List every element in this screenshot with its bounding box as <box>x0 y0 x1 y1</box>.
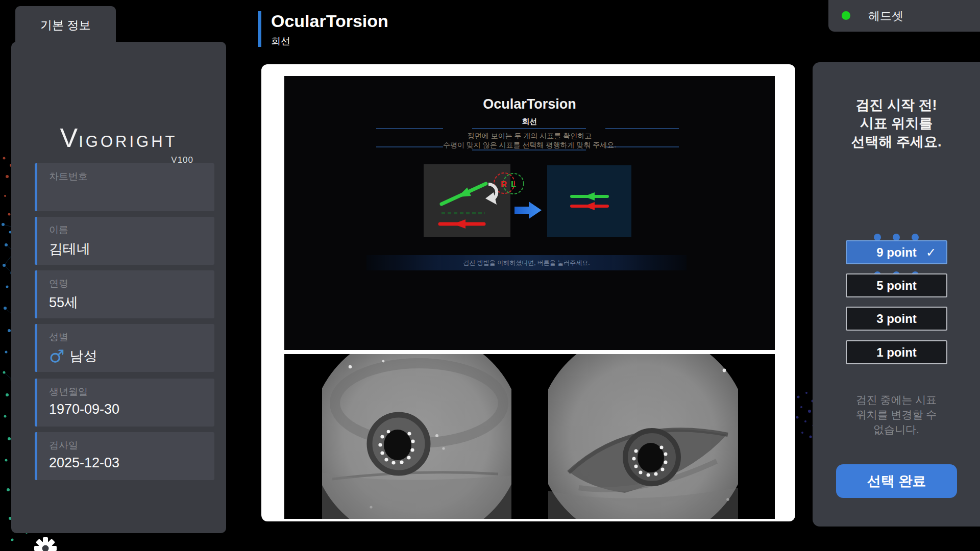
grid-dot <box>893 234 900 241</box>
logo-initial: V <box>60 123 79 153</box>
field-label: 성별 <box>49 331 68 344</box>
screen-title: OcularTorsion <box>284 96 775 112</box>
point-option-1[interactable]: 1 point <box>846 340 947 364</box>
field-value: 2025-12-03 <box>49 455 119 471</box>
field-accent-bar <box>35 324 37 372</box>
panel-heading-line1: 검진 시작 전! <box>813 96 980 114</box>
field-value: 1970-09-30 <box>49 402 119 417</box>
grid-dot <box>912 234 919 241</box>
field-accent-bar <box>35 432 37 480</box>
right-eye-letter: R <box>501 180 507 189</box>
field-age[interactable]: 연령 55세 <box>35 270 214 318</box>
panel-note-line2: 위치를 변경할 수 <box>813 408 980 422</box>
field-label: 연령 <box>49 277 68 290</box>
field-label: 생년월일 <box>49 385 88 398</box>
screen-footer-bar: 검진 방법을 이해하셨다면, 버튼을 눌러주세요. <box>366 255 687 270</box>
page-title: OcularTorsion <box>271 11 388 31</box>
grid-dot <box>874 234 881 241</box>
field-accent-bar <box>35 379 37 427</box>
field-value: 김테네 <box>49 240 90 258</box>
headset-label: 헤드셋 <box>868 8 903 24</box>
divider-line <box>376 128 443 129</box>
field-birthdate[interactable]: 생년월일 1970-09-30 <box>35 379 214 427</box>
right-eye-camera-view <box>322 354 511 519</box>
panel-heading-line3: 선택해 주세요. <box>813 133 980 151</box>
app: 기본 정보 VIGORIGHT V100 차트번호 이름 김테네 연령 55세 … <box>0 0 980 551</box>
eye-camera-block <box>284 354 775 519</box>
screen-subtitle: 회선 <box>284 117 775 127</box>
field-label: 검사일 <box>49 439 78 452</box>
patient-sidebar: VIGORIGHT V100 차트번호 이름 김테네 연령 55세 성별 ♂ 남… <box>11 42 226 533</box>
point-option-label: 5 point <box>876 279 917 293</box>
screen-footer-note: 검진 방법을 이해하셨다면, 버튼을 눌러주세요. <box>463 259 590 267</box>
headset-connected-indicator <box>842 11 850 20</box>
left-eye-camera-view <box>548 354 738 519</box>
point-option-label: 9 point <box>876 245 917 260</box>
tab-basic-info-label: 기본 정보 <box>40 17 90 33</box>
field-gender[interactable]: 성별 ♂ 남성 <box>35 324 214 372</box>
field-accent-bar <box>35 163 37 211</box>
panel-note-line1: 검진 중에는 시표 <box>813 393 980 407</box>
field-value: 55세 <box>49 293 78 312</box>
male-icon: ♂ <box>49 347 64 365</box>
instruction-line2: 수평이 맞지 않은 시표를 선택해 평행하게 맞춰 주세요. <box>284 141 775 150</box>
aligned-target-graphic <box>547 165 631 237</box>
point-option-3[interactable]: 3 point <box>846 307 947 331</box>
headset-status: 헤드셋 <box>828 0 980 32</box>
field-accent-bar <box>35 217 37 265</box>
divider-line <box>605 128 679 129</box>
field-name[interactable]: 이름 김테네 <box>35 217 214 265</box>
vigoright-logo: VIGORIGHT <box>11 122 226 153</box>
point-option-5[interactable]: 5 point <box>846 273 947 297</box>
settings-gear-icon[interactable] <box>34 537 57 551</box>
left-eye-letter: L <box>511 180 516 189</box>
divider-line <box>472 128 586 129</box>
point-option-label: 1 point <box>876 345 917 360</box>
field-label: 이름 <box>49 223 68 237</box>
page-subtitle: 회선 <box>271 35 290 48</box>
confirm-selection-button[interactable]: 선택 완료 <box>836 464 957 498</box>
field-exam-date[interactable]: 검사일 2025-12-03 <box>35 432 214 480</box>
header-accent-bar <box>258 11 261 47</box>
target-point-panel: 검진 시작 전! 시표 위치를 선택해 주세요. 9 point ✓ 5 poi… <box>813 62 980 527</box>
rotate-arrow-icon <box>477 182 501 209</box>
tab-basic-info[interactable]: 기본 정보 <box>15 6 116 44</box>
field-chart-number[interactable]: 차트번호 <box>35 163 214 211</box>
instruction-line1: 정면에 보이는 두 개의 시표를 확인하고 <box>284 132 775 141</box>
check-icon: ✓ <box>926 245 936 260</box>
field-accent-bar <box>35 270 37 318</box>
result-arrow-icon <box>514 200 543 220</box>
panel-heading-line2: 시표 위치를 <box>813 114 980 133</box>
field-value: 남성 <box>69 347 97 365</box>
main-panel: OcularTorsion 회선 정면에 보이는 두 개의 시표를 확인하고 수… <box>261 64 795 521</box>
point-option-9[interactable]: 9 point ✓ <box>846 240 947 264</box>
field-label: 차트번호 <box>49 170 88 183</box>
logo-rest: IGORIGHT <box>79 133 177 151</box>
vr-preview-screen: OcularTorsion 회선 정면에 보이는 두 개의 시표를 확인하고 수… <box>284 76 775 350</box>
confirm-button-label: 선택 완료 <box>867 472 926 490</box>
point-option-label: 3 point <box>876 312 917 326</box>
panel-note-line3: 없습니다. <box>813 422 980 437</box>
